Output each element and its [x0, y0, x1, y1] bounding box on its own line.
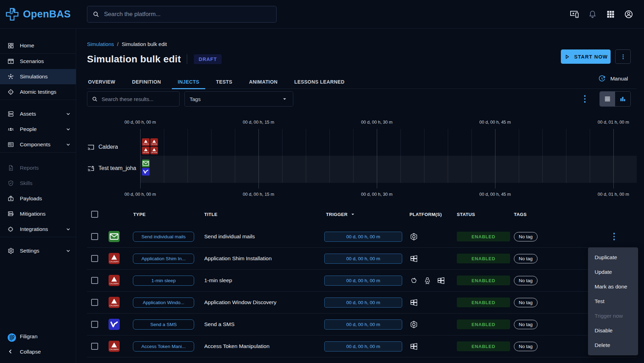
chart-view-button[interactable] [615, 92, 630, 106]
tab-injects[interactable]: INJECTS [177, 75, 200, 89]
table-row[interactable]: CALDERA Access Token Mani... Access Toke… [87, 335, 637, 357]
table-row[interactable]: Send individual mails Send individual ma… [87, 226, 637, 248]
tags-filter-select[interactable]: Tags [184, 91, 293, 107]
menu-item-update[interactable]: Update [588, 265, 638, 279]
inject-title: Access Token Manipulation [202, 343, 324, 349]
table-row[interactable]: CALDERA Application Shim In... Applicati… [87, 248, 637, 270]
mitigations-icon [7, 210, 14, 217]
tab-definition[interactable]: DEFINITION [131, 75, 162, 89]
tag-chip[interactable]: No tag [514, 254, 538, 263]
caldera-inject-icon[interactable]: CALDERA [150, 138, 158, 146]
inject-title: Send a SMS [202, 321, 324, 327]
row-checkbox[interactable] [91, 343, 98, 350]
injects-timeline: 00 d, 00 h, 00 m 00 d, 00 h, 15 m 00 d, … [87, 120, 637, 198]
sidebar-item-label: Components [20, 141, 50, 148]
tag-chip[interactable]: No tag [514, 298, 538, 307]
trigger-chip[interactable]: 00 d, 00 h, 00 m [324, 319, 402, 330]
table-row[interactable]: Send a SMS Send a SMS 00 d, 00 h, 00 m E… [87, 314, 637, 335]
sidebar-item-home[interactable]: Home [0, 38, 76, 53]
tag-chip[interactable]: No tag [514, 276, 538, 285]
sidebar-item-simulations[interactable]: Simulations [0, 69, 76, 84]
trigger-chip[interactable]: 00 d, 00 h, 00 m [324, 341, 402, 352]
tag-chip[interactable]: No tag [514, 320, 538, 329]
tab-animation[interactable]: ANIMATION [248, 75, 279, 89]
platform-search-input[interactable] [104, 11, 271, 18]
menu-item-duplicate[interactable]: Duplicate [588, 250, 638, 265]
filter-kebab-menu-icon[interactable] [582, 94, 587, 104]
trigger-chip[interactable]: 00 d, 00 h, 00 m [324, 254, 402, 264]
menu-item-test[interactable]: Test [588, 294, 638, 309]
platform-search[interactable] [87, 6, 277, 23]
row-checkbox[interactable] [91, 321, 98, 328]
start-now-button[interactable]: START NOW [561, 49, 611, 64]
menu-item-mark-as-done[interactable]: Mark as done [588, 279, 638, 294]
tab-lessons-learned[interactable]: LESSONS LEARNED [293, 75, 345, 89]
inject-type-chip[interactable]: Access Token Mani... [133, 341, 194, 352]
row-checkbox[interactable] [91, 255, 98, 262]
sidebar-item-settings[interactable]: Settings [0, 243, 76, 258]
sidebar-item-people[interactable]: People [0, 122, 76, 137]
search-icon [92, 10, 100, 18]
cast-icon [87, 143, 95, 151]
app-logo[interactable]: OpenBAS [0, 7, 76, 22]
sidebar-item-integrations[interactable]: Integrations [0, 222, 76, 237]
svg-text:CALDERA: CALDERA [110, 283, 119, 285]
col-header-platforms[interactable]: PLATFORM(S) [409, 212, 456, 217]
caldera-inject-icon[interactable]: CALDERA [150, 147, 158, 154]
row-kebab-menu-icon[interactable] [612, 232, 617, 241]
col-header-title[interactable]: TITLE [202, 212, 324, 217]
apps-grid-icon[interactable] [606, 9, 615, 19]
sidebar-collapse-button[interactable]: Collapse [0, 344, 76, 360]
table-row[interactable]: CALDERA 1-min sleep 1-min sleep 00 d, 00… [87, 270, 637, 292]
sidebar-item-atomic-testings[interactable]: Atomic testings [0, 84, 76, 100]
internal-platform-icon [410, 320, 418, 329]
chevron-left-icon [7, 348, 14, 355]
update-mode[interactable]: Manual [598, 75, 628, 83]
tag-chip[interactable]: No tag [514, 232, 538, 241]
account-avatar-icon[interactable] [624, 9, 634, 19]
col-header-tags[interactable]: TAGS [511, 212, 637, 217]
table-row[interactable]: CALDERA Application Windo... Application… [87, 292, 637, 314]
col-header-type[interactable]: TYPE [129, 212, 202, 217]
inject-type-chip[interactable]: Send individual mails [133, 232, 194, 242]
sidebar-item-payloads[interactable]: Payloads [0, 191, 76, 206]
tag-chip[interactable]: No tag [514, 342, 538, 351]
sidebar-item-scenarios[interactable]: Scenarios [0, 54, 76, 69]
select-all-checkbox[interactable] [91, 211, 98, 218]
col-header-trigger[interactable]: TRIGGER [324, 211, 409, 217]
notifications-bell-icon[interactable] [588, 9, 597, 19]
row-checkbox[interactable] [91, 233, 98, 240]
platforms-cell [409, 232, 456, 241]
inject-type-chip[interactable]: Application Windo... [133, 298, 194, 308]
trigger-chip[interactable]: 00 d, 00 h, 00 m [324, 298, 402, 308]
menu-item-delete[interactable]: Delete [588, 338, 638, 353]
timeline-axis-top: 00 d, 00 h, 00 m 00 d, 00 h, 15 m 00 d, … [87, 120, 637, 126]
devices-icon[interactable] [570, 9, 579, 19]
email-inject-icon[interactable] [142, 160, 150, 167]
breadcrumb-simulations-link[interactable]: Simulations [87, 41, 114, 47]
inject-type-chip[interactable]: Send a SMS [133, 319, 194, 330]
caldera-inject-icon[interactable]: CALDERA [142, 138, 150, 146]
inject-type-chip[interactable]: 1-min sleep [133, 276, 194, 286]
row-checkbox[interactable] [91, 299, 98, 306]
sidebar-item-components[interactable]: Components [0, 137, 76, 152]
tab-tests[interactable]: TESTS [215, 75, 233, 89]
list-view-button[interactable] [600, 92, 615, 106]
row-checkbox[interactable] [91, 277, 98, 284]
trigger-chip[interactable]: 00 d, 00 h, 00 m [324, 276, 402, 286]
trigger-chip[interactable]: 00 d, 00 h, 00 m [324, 232, 402, 242]
sms-inject-icon[interactable] [142, 168, 150, 176]
row-context-menu: Duplicate Update Mark as done Test Trigg… [588, 247, 638, 355]
results-search-input[interactable] [102, 96, 175, 102]
menu-item-disable[interactable]: Disable [588, 323, 638, 338]
col-header-status[interactable]: STATUS [456, 212, 511, 217]
sidebar-item-assets[interactable]: Assets [0, 106, 76, 122]
results-search[interactable] [87, 91, 180, 107]
sidebar-item-mitigations[interactable]: Mitigations [0, 206, 76, 222]
inject-type-chip[interactable]: Application Shim In... [133, 254, 194, 264]
simulation-kebab-menu-button[interactable] [615, 49, 631, 64]
windows-platform-icon [437, 276, 445, 285]
sidebar-item-filigran[interactable]: Filigran [0, 329, 76, 344]
caldera-inject-icon[interactable]: CALDERA [142, 147, 150, 154]
tab-overview[interactable]: OVERVIEW [87, 75, 116, 89]
